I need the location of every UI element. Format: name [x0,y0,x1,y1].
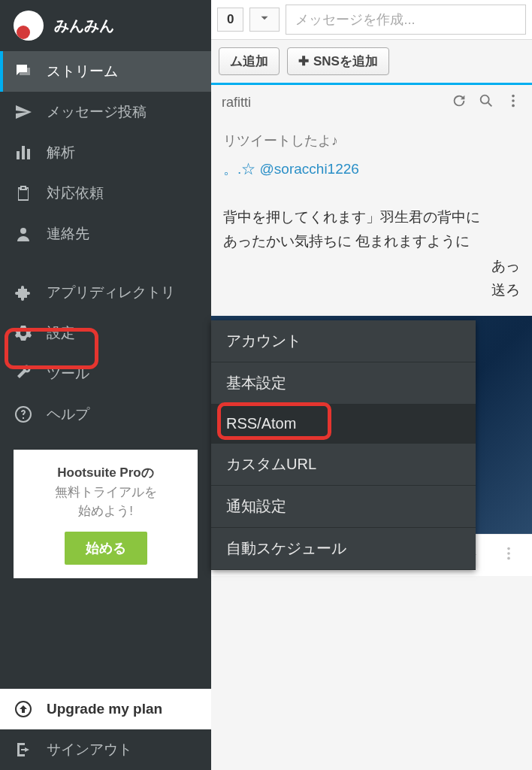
nav-stream[interactable]: ストリーム [0,51,211,92]
svg-point-14 [507,557,510,560]
nav-signout[interactable]: サインアウト [0,729,211,770]
submenu-notifications[interactable]: 通知設定 [211,486,476,528]
sidebar: みんみん ストリーム メッセージ投稿 解析 対応依頼 連絡先 アプリディレクトリ [0,0,211,770]
nav-analytics[interactable]: 解析 [0,132,211,173]
nav-upgrade[interactable]: Upgrade my plan [0,689,211,729]
svg-point-4 [20,228,26,234]
gear-icon [14,323,33,343]
search-icon[interactable] [478,92,494,113]
person-icon [14,224,33,244]
stream-actions [451,92,521,113]
nav-label: ヘルプ [47,405,89,424]
chevron-down-icon [258,11,271,25]
nav-label: サインアウト [47,740,132,759]
username: みんみん [54,16,114,36]
promo-box: Hootsuite Proの 無料トライアルを 始めよう! 始める [14,450,198,578]
nav-contacts[interactable]: 連絡先 [0,214,211,254]
signout-icon [14,740,33,759]
secondary-nav: アプリディレクトリ 設定 ツール ヘルプ [0,272,211,435]
counter[interactable]: 0 [217,8,243,32]
submenu-account[interactable]: アカウント [211,320,476,362]
submenu-rss[interactable]: RSS/Atom [211,405,476,444]
svg-rect-3 [27,149,30,159]
nav-label: Upgrade my plan [47,701,162,717]
more-icon [500,545,517,562]
label: ム追加 [230,53,268,70]
avatar [14,11,44,41]
user-header[interactable]: みんみん [0,0,211,51]
nav-help[interactable]: ヘルプ [0,394,211,435]
add-stream-button[interactable]: ム追加 [219,47,280,75]
svg-point-10 [512,105,515,108]
more-button[interactable] [500,545,517,565]
tweet: リツイートしたよ♪ 。.☆ @soracchi1226 背中を押してくれます」羽… [211,120,532,311]
tweet-handle[interactable]: @soracchi1226 [260,161,359,177]
settings-submenu: アカウント 基本設定 RSS/Atom カスタムURL 通知設定 自動スケジュー… [211,320,476,570]
nav-tools[interactable]: ツール [0,353,211,394]
tweet-line3: あっ 送ろ [223,254,520,303]
send-icon [14,102,33,122]
tweet-symbols: 。.☆ [223,161,255,177]
nav-label: 設定 [47,323,75,343]
nav-compose[interactable]: メッセージ投稿 [0,92,211,132]
topbar: 0 メッセージを作成... [211,0,532,40]
tweet-handle-line: 。.☆ @soracchi1226 [223,157,520,181]
toolbar: ム追加 ✚ SNSを追加 [211,40,532,85]
svg-point-12 [507,547,510,550]
compose-input[interactable]: メッセージを作成... [286,5,526,35]
nav-label: 解析 [47,143,75,162]
svg-rect-1 [17,151,20,159]
svg-point-9 [512,99,515,102]
upgrade-icon [14,699,33,719]
clipboard-icon [14,183,33,203]
counter-dropdown[interactable] [249,8,280,32]
svg-point-8 [512,95,515,98]
promo-title: Hootsuite Proの [21,463,190,483]
label: SNSを追加 [313,53,378,70]
submenu-autoschedule[interactable]: 自動スケジュール [211,528,476,570]
more-icon[interactable] [505,92,521,113]
submenu-preferences[interactable]: 基本設定 [211,362,476,405]
stream-icon [14,62,33,81]
nav-label: 連絡先 [47,224,89,244]
add-sns-button[interactable]: ✚ SNSを追加 [287,47,389,75]
nav-apps[interactable]: アプリディレクトリ [0,272,211,313]
nav-assignments[interactable]: 対応依頼 [0,173,211,214]
tweet-line1: 背中を押してくれます」羽生君の背中に [223,205,520,229]
promo-line3: 始めよう! [21,502,190,521]
refresh-icon[interactable] [451,92,467,113]
stream-source: rafitti [222,95,251,111]
svg-rect-0 [20,68,30,75]
nav-label: メッセージ投稿 [47,102,147,122]
nav-label: 対応依頼 [47,183,104,203]
svg-point-13 [507,553,510,556]
promo-line2: 無料トライアルを [21,483,190,502]
nav-label: ツール [47,364,89,383]
plus-icon: ✚ [298,53,309,69]
promo-start-button[interactable]: 始める [65,532,147,565]
primary-nav: ストリーム メッセージ投稿 解析 対応依頼 連絡先 [0,51,211,254]
svg-point-7 [481,95,489,104]
nav-settings[interactable]: 設定 [0,313,211,353]
nav-label: ストリーム [47,62,118,81]
nav-label: アプリディレクトリ [47,283,175,302]
help-icon [14,405,33,424]
chart-icon [14,143,33,162]
submenu-custom-url[interactable]: カスタムURL [211,444,476,486]
puzzle-icon [14,283,33,302]
wrench-icon [14,364,33,383]
svg-rect-2 [22,146,25,159]
sidebar-bottom: Upgrade my plan サインアウト [0,689,211,770]
tweet-line2: あったかい気持ちに 包まれますように [223,229,520,253]
tweet-meta: リツイートしたよ♪ [223,129,520,153]
stream-header: rafitti [211,85,532,120]
